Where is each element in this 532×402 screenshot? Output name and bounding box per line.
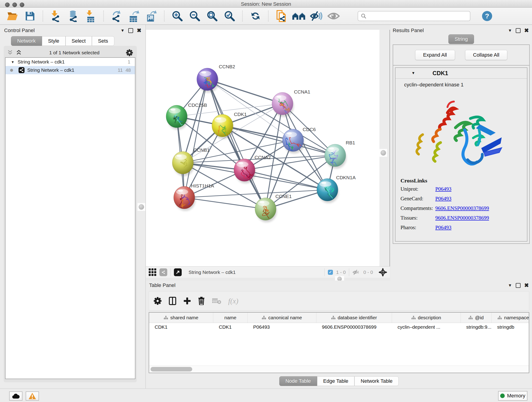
- tab-select[interactable]: Select: [65, 36, 92, 46]
- crosslink-link[interactable]: 9606.ENSP00000378699: [435, 205, 489, 211]
- tab-sets[interactable]: Sets: [92, 36, 114, 46]
- tab-node-table[interactable]: Node Table: [279, 376, 317, 386]
- tab-network-table[interactable]: Network Table: [355, 376, 399, 386]
- collection-expander-icon[interactable]: ▼: [11, 60, 14, 64]
- protein-structure-image: [395, 89, 527, 177]
- column-header-name[interactable]: name: [213, 313, 248, 323]
- gene-expander-icon[interactable]: ▼: [412, 71, 415, 75]
- zoom-fit-button[interactable]: [205, 10, 219, 22]
- tab-edge-table[interactable]: Edge Table: [317, 376, 355, 386]
- results-panel-float-icon[interactable]: [516, 28, 520, 33]
- memory-button[interactable]: Memory: [498, 391, 527, 401]
- tab-style[interactable]: Style: [42, 36, 65, 46]
- network-canvas[interactable]: CCNB2CCNA1CDC25BCDK1CDC6RB1CCNB1CCNA2CDK…: [146, 30, 380, 266]
- cloud-button[interactable]: [9, 391, 22, 401]
- zoom-out-button[interactable]: [188, 10, 202, 22]
- network-results-splitter[interactable]: [380, 30, 390, 266]
- table-cell: stringdb:9...: [461, 323, 492, 332]
- column-header-namespace[interactable]: namespace: [492, 313, 529, 323]
- control-panel-menu-icon[interactable]: ▼: [120, 28, 125, 32]
- column-label: description: [418, 315, 441, 320]
- birds-eye-grid-icon[interactable]: [149, 268, 156, 276]
- results-panel-menu-icon[interactable]: ▼: [508, 28, 512, 32]
- delete-table-icon: [212, 298, 221, 304]
- collapse-all-icon[interactable]: [7, 50, 14, 56]
- network-selection-status: 1 of 1 Network selected: [23, 50, 126, 56]
- crosslink-link[interactable]: P06493: [435, 196, 451, 202]
- column-header-description[interactable]: description: [392, 313, 461, 323]
- collapse-all-button[interactable]: Collapse All: [465, 50, 507, 60]
- add-column-button[interactable]: [183, 297, 191, 305]
- export-image-button[interactable]: [144, 10, 158, 22]
- table-row[interactable]: CDK1CDK1P064939606.ENSP00000378699cyclin…: [149, 323, 529, 332]
- crosslink-link[interactable]: P06493: [435, 225, 451, 230]
- show-columns-button[interactable]: [169, 297, 177, 305]
- column-header-database-identifier[interactable]: database identifier: [317, 313, 392, 323]
- table-panel-float-icon[interactable]: [516, 283, 520, 288]
- search-input[interactable]: [368, 13, 467, 19]
- node-label-CCNB1: CCNB1: [193, 147, 210, 153]
- network-edge-CCNA2-CDKN1A[interactable]: [244, 170, 327, 190]
- network-collection-row[interactable]: ▼ String Network – cdk1 1: [6, 58, 135, 66]
- network-view-statusbar: String Network – cdk1 ✓ 1 - 0 0 - 0: [146, 266, 390, 278]
- zoom-selected-button[interactable]: [222, 10, 237, 22]
- table-panel-close-icon[interactable]: ✖: [524, 283, 529, 288]
- import-table-button[interactable]: [84, 10, 98, 22]
- expand-all-button[interactable]: Expand All: [415, 50, 455, 60]
- node-label-CCNB2: CCNB2: [219, 64, 235, 69]
- column-header-@id[interactable]: @id: [461, 313, 492, 323]
- table-settings-button[interactable]: [153, 297, 162, 305]
- scrollbar-thumb[interactable]: [151, 367, 192, 371]
- clone-network-button[interactable]: [274, 10, 288, 22]
- import-network-database-button[interactable]: [66, 10, 80, 22]
- network-edge-CCNB2-CCNA1[interactable]: [207, 79, 283, 104]
- crosslink-link[interactable]: 9606.ENSP00000378699: [435, 215, 489, 221]
- network-node-CCNA1[interactable]: CCNA1: [272, 89, 310, 117]
- column-header-shared-name[interactable]: shared name: [149, 313, 213, 323]
- network-node-CDKN1A[interactable]: CDKN1A: [317, 175, 355, 203]
- string-view-icon[interactable]: [159, 268, 167, 276]
- column-tree-icon: [331, 316, 336, 319]
- function-builder-button[interactable]: f(x): [228, 297, 238, 305]
- right-splitter-handle[interactable]: [380, 149, 387, 157]
- table-horizontal-scrollbar[interactable]: [149, 366, 529, 373]
- expand-all-icon[interactable]: [16, 50, 23, 56]
- fit-content-crosshair-icon[interactable]: [379, 268, 387, 277]
- network-node-CDC25B[interactable]: CDC25B: [166, 102, 207, 132]
- tab-network[interactable]: Network: [11, 36, 42, 46]
- export-network-button[interactable]: [109, 10, 124, 22]
- export-table-button[interactable]: [127, 10, 141, 22]
- show-all-networks-button[interactable]: [292, 10, 306, 22]
- network-node-RB1[interactable]: RB1: [325, 140, 355, 169]
- control-panel-close-icon[interactable]: ✖: [137, 28, 141, 33]
- results-panel-close-icon[interactable]: ✖: [524, 28, 529, 33]
- network-options-gear-icon[interactable]: [126, 49, 133, 56]
- table-cell: CDK1: [213, 323, 248, 332]
- column-header-canonical-name[interactable]: canonical name: [248, 313, 317, 323]
- show-hide-panel-button[interactable]: [326, 10, 341, 22]
- selected-checkbox-icon[interactable]: ✓: [328, 270, 333, 275]
- crosslink-row: Compartments:9606.ENSP00000378699: [400, 205, 527, 211]
- save-session-button[interactable]: [23, 10, 37, 22]
- warnings-button[interactable]: [26, 391, 39, 401]
- delete-column-button[interactable]: [198, 297, 205, 305]
- delete-table-button[interactable]: [212, 298, 221, 304]
- apply-layout-button[interactable]: [248, 10, 263, 22]
- control-panel-float-icon[interactable]: [128, 28, 133, 33]
- tab-string[interactable]: String: [448, 34, 474, 44]
- network-edge-CCNB2-CCNE1[interactable]: [207, 79, 266, 209]
- open-session-button[interactable]: [6, 10, 20, 22]
- table-panel-menu-icon[interactable]: ▼: [508, 283, 512, 287]
- left-splitter-handle[interactable]: [138, 203, 145, 211]
- help-button[interactable]: ?: [480, 10, 494, 22]
- network-edge-HIST1H1A-CCNE1[interactable]: [184, 198, 266, 209]
- open-in-window-icon[interactable]: [174, 268, 182, 276]
- network-node-CCNB2[interactable]: CCNB2: [197, 64, 235, 93]
- crosslink-link[interactable]: P06493: [435, 186, 451, 192]
- import-network-file-button[interactable]: [49, 10, 63, 22]
- toggle-graphics-details-button[interactable]: [309, 10, 323, 22]
- zoom-in-button[interactable]: [170, 10, 184, 22]
- node-label-CDKN1A: CDKN1A: [336, 175, 355, 180]
- network-row[interactable]: String Network – cdk1 11 48: [6, 66, 135, 74]
- network-node-HIST1H1A[interactable]: HIST1H1A: [174, 183, 214, 211]
